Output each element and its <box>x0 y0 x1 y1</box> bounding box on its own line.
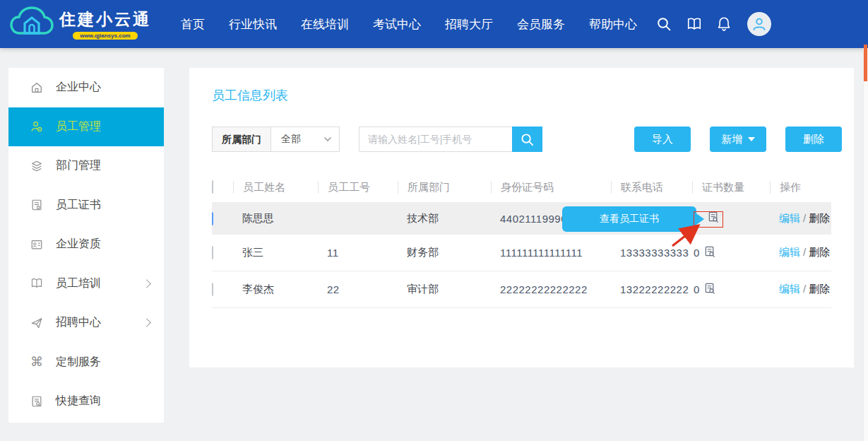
employee-table: 员工姓名 员工工号 所属部门 身份证号码 联系电话 证书数量 操作 陈思思 技术… <box>212 172 831 308</box>
logo-title: 住建小云通 <box>59 8 151 30</box>
bell-icon[interactable] <box>717 16 732 32</box>
logo-url-badge: www.qjiansys.com <box>73 32 137 40</box>
cell-phone: 13222222222 <box>611 283 692 295</box>
command-icon: ⌘ <box>30 355 44 369</box>
main-panel: 员工信息列表 所属部门 全部 导入 新增 删除 <box>189 68 854 368</box>
layers-icon <box>30 159 44 173</box>
top-nav: 住建小云通 www.qjiansys.com 首页 行业快讯 在线培训 考试中心… <box>0 0 868 48</box>
col-header-actions: 操作 <box>770 181 831 194</box>
sidebar-item-custom-service[interactable]: ⌘ 定制服务 <box>8 343 164 382</box>
avatar[interactable] <box>747 12 771 36</box>
id-card-icon <box>30 237 44 252</box>
edit-link[interactable]: 编辑 <box>779 246 800 258</box>
import-button[interactable]: 导入 <box>634 127 691 152</box>
row-checkbox[interactable] <box>212 246 213 259</box>
training-book-icon <box>30 276 44 290</box>
nav-menu: 首页 行业快讯 在线培训 考试中心 招聘大厅 会员服务 帮助中心 <box>181 16 637 33</box>
add-button[interactable]: 新增 <box>710 127 766 152</box>
delete-link[interactable]: 删除 <box>809 212 830 224</box>
nav-item-industry-news[interactable]: 行业快讯 <box>229 16 277 33</box>
book-icon[interactable] <box>686 16 702 32</box>
home-icon <box>30 81 44 95</box>
cell-name: 陈思思 <box>233 212 318 225</box>
department-filter-label: 所属部门 <box>212 127 270 152</box>
cell-dept: 财务部 <box>398 246 491 259</box>
page-title: 员工信息列表 <box>212 87 288 104</box>
cell-dept: 审计部 <box>398 283 491 296</box>
cell-name: 李俊杰 <box>233 283 318 296</box>
edit-link[interactable]: 编辑 <box>779 283 800 295</box>
page-scrollbar-thumb[interactable] <box>864 45 867 81</box>
edit-link[interactable]: 编辑 <box>779 212 800 224</box>
sidebar-item-enterprise-center[interactable]: 企业中心 <box>8 68 164 107</box>
col-header-phone: 联系电话 <box>611 181 692 194</box>
magnifier-icon <box>521 133 534 146</box>
nav-item-exam-center[interactable]: 考试中心 <box>373 16 421 33</box>
quick-query-doc-icon <box>30 394 44 408</box>
table-action-buttons: 导入 新增 删除 <box>634 127 842 152</box>
cell-actions: 编辑/删除 <box>770 246 831 259</box>
cell-id-card: 22222222222222 <box>491 283 611 295</box>
sidebar-item-employee-management[interactable]: 员工管理 <box>8 107 164 147</box>
nav-item-help-center[interactable]: 帮助中心 <box>589 16 637 33</box>
nav-item-job-hall[interactable]: 招聘大厅 <box>445 16 493 33</box>
search-bar <box>359 127 542 152</box>
paper-plane-icon <box>30 316 44 330</box>
view-certificates-icon[interactable] <box>704 283 716 297</box>
sidebar-item-employee-training[interactable]: 员工培训 <box>8 264 164 304</box>
table-row: 陈思思 技术部 440211199909 编辑/删除 <box>212 202 831 235</box>
cell-id-card: 111111111111111 <box>491 247 611 259</box>
cloud-logo-icon <box>10 6 54 42</box>
delete-button[interactable]: 删除 <box>785 127 842 152</box>
department-select-value: 全部 <box>281 133 323 146</box>
col-header-cert-count: 证书数量 <box>692 181 770 194</box>
col-header-id-card: 身份证号码 <box>491 181 611 194</box>
search-button[interactable] <box>512 127 542 152</box>
cell-emp-no: 11 <box>318 247 398 259</box>
cell-dept: 技术部 <box>398 212 491 225</box>
certificate-icon <box>30 198 44 212</box>
view-certificates-icon[interactable] <box>704 246 716 260</box>
nav-item-online-training[interactable]: 在线培训 <box>301 16 349 33</box>
table-header-row: 员工姓名 员工工号 所属部门 身份证号码 联系电话 证书数量 操作 <box>212 172 831 202</box>
sidebar-item-department-management[interactable]: 部门管理 <box>8 146 164 186</box>
delete-link[interactable]: 删除 <box>809 283 830 295</box>
col-header-emp-no: 员工工号 <box>318 181 398 194</box>
nav-item-member-service[interactable]: 会员服务 <box>517 16 565 33</box>
search-icon[interactable] <box>656 16 672 32</box>
table-row: 张三 11 财务部 111111111111111 13333333333 0 … <box>212 235 831 271</box>
sidebar-item-quick-query[interactable]: 快捷查询 <box>8 382 164 421</box>
search-input[interactable] <box>359 127 512 152</box>
row-checkbox[interactable] <box>212 212 213 225</box>
user-gear-icon <box>30 119 44 134</box>
table-row: 李俊杰 22 审计部 22222222222222 13222222222 0 … <box>212 271 831 308</box>
chevron-right-icon <box>142 279 151 288</box>
page-scrollbar-track[interactable] <box>863 48 868 441</box>
cell-emp-no: 22 <box>318 283 398 295</box>
chevron-right-icon <box>142 318 151 327</box>
cell-actions: 编辑/删除 <box>770 212 831 225</box>
sidebar: 企业中心 员工管理 部门管理 员工证书 企业资质 员工培训 招聘中 <box>8 68 164 423</box>
department-select[interactable]: 全部 <box>270 127 340 152</box>
select-all-checkbox[interactable] <box>212 180 213 194</box>
caret-down-icon <box>748 137 755 141</box>
chevron-down-icon <box>323 136 332 142</box>
row-checkbox[interactable] <box>212 283 213 296</box>
nav-icons <box>656 12 771 36</box>
sidebar-item-recruitment-center[interactable]: 招聘中心 <box>8 303 164 343</box>
cell-name: 张三 <box>233 246 318 259</box>
filter-toolbar: 所属部门 全部 导入 新增 删除 <box>212 127 842 152</box>
cell-actions: 编辑/删除 <box>770 283 831 296</box>
cell-cert-count: 0 <box>692 283 770 297</box>
nav-item-home[interactable]: 首页 <box>181 16 205 33</box>
col-header-dept: 所属部门 <box>398 181 491 194</box>
col-header-name: 员工姓名 <box>233 181 318 194</box>
app-logo[interactable]: 住建小云通 www.qjiansys.com <box>10 6 151 42</box>
sidebar-item-employee-certificates[interactable]: 员工证书 <box>8 186 164 225</box>
red-arrow-annotation <box>662 216 705 252</box>
delete-link[interactable]: 删除 <box>809 246 830 258</box>
sidebar-item-enterprise-qualification[interactable]: 企业资质 <box>8 225 164 264</box>
